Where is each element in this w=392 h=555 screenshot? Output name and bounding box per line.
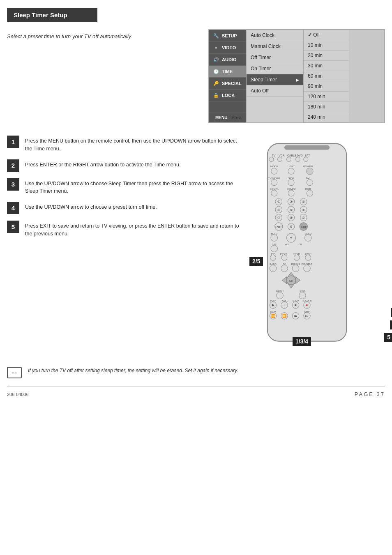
step-text-5: Press EXIT to save and return to TV view… — [25, 221, 241, 238]
svg-text:CABLE: CABLE — [287, 154, 297, 157]
svg-point-25 — [271, 190, 277, 196]
nav-item-time[interactable]: 🕐 TIME — [209, 66, 246, 78]
svg-point-17 — [307, 168, 314, 175]
note-section: If you turn the TV off after setting sle… — [7, 363, 385, 378]
step-row-4: 4 Use the UP/DOWN arrow to choose a pres… — [7, 202, 241, 214]
svg-point-69 — [294, 255, 300, 260]
steps-section: 1 Press the MENU button on the remote co… — [7, 136, 385, 350]
svg-text:ENTR: ENTR — [275, 226, 283, 228]
page-footer: 206-04006 PAGE 37 — [7, 387, 385, 397]
value-off[interactable]: Off — [304, 30, 349, 40]
svg-text:①: ① — [277, 200, 280, 204]
menu-item-off-timer[interactable]: Off Timer — [247, 52, 303, 63]
value-90min[interactable]: 90 min — [304, 81, 349, 92]
svg-text:②: ② — [290, 200, 293, 204]
svg-text:SAT: SAT — [305, 154, 311, 157]
svg-point-61 — [271, 245, 278, 252]
svg-point-88 — [277, 292, 284, 299]
nav-item-lock[interactable]: 🔒 LOCK — [209, 90, 246, 101]
svg-text:⑨: ⑨ — [302, 216, 305, 220]
page-title: Sleep Timer Setup — [7, 8, 97, 22]
nav-item-video[interactable]: ▪ VIDEO — [209, 42, 246, 54]
svg-text:⑧: ⑧ — [290, 216, 293, 220]
svg-text:⏪: ⏪ — [271, 314, 276, 318]
svg-point-90 — [299, 292, 306, 299]
svg-text:COMP1: COMP1 — [270, 187, 279, 190]
setup-icon: 🔧 — [212, 33, 220, 39]
menu-ui-area: 🔧 SETUP ▪ VIDEO 🔊 AUDIO 🕐 TIME — [208, 29, 385, 123]
menu-item-sleep-timer[interactable]: Sleep Timer — [247, 74, 303, 85]
menu-item-on-timer[interactable]: On Timer — [247, 63, 303, 74]
note-icon — [7, 367, 22, 378]
svg-text:DVD: DVD — [297, 154, 303, 157]
svg-text:POWER: POWER — [303, 165, 313, 168]
step-num-2: 2 — [7, 159, 19, 172]
nav-label-time: TIME — [222, 69, 233, 74]
step-label-2-3-right: 2/3 — [390, 320, 392, 329]
remote-svg: TV VCR CABLE DVD SAT MODE LIGHT POWER — [262, 136, 352, 349]
svg-point-55 — [271, 235, 278, 242]
nav-item-special[interactable]: 🔑 SPECIAL — [209, 78, 246, 90]
value-240min[interactable]: 240 min — [304, 112, 349, 122]
svg-text:RGB: RGB — [305, 187, 311, 190]
svg-text:VOL: VOL — [285, 243, 289, 246]
svg-text:▶: ▶ — [272, 303, 275, 307]
svg-text:④: ④ — [277, 208, 280, 212]
step-label-1-3-4-bottom: 1/3/4 — [293, 337, 311, 346]
svg-point-65 — [270, 255, 276, 260]
svg-text:OK: OK — [289, 279, 293, 282]
menu-values-column: Off 10 min 20 min 30 min 60 min 90 min 1… — [304, 30, 349, 122]
step-row-1: 1 Press the MENU button on the remote co… — [7, 136, 241, 153]
svg-point-15 — [288, 168, 294, 174]
svg-point-29 — [307, 190, 313, 196]
svg-text:0: 0 — [290, 225, 292, 229]
value-180min[interactable]: 180 min — [304, 102, 349, 112]
svg-point-7 — [287, 157, 291, 161]
svg-text:⑦: ⑦ — [277, 216, 280, 220]
menu-btn[interactable]: MENU — [213, 115, 229, 120]
svg-point-73 — [270, 265, 277, 272]
menu-items-column: Auto Clock Manual Clock Off Timer On Tim… — [246, 30, 304, 122]
svg-point-11 — [304, 157, 308, 161]
svg-point-27 — [288, 190, 294, 196]
nav-label-special: SPECIAL — [222, 81, 242, 86]
svg-point-75 — [281, 265, 288, 272]
steps-list: 1 Press the MENU button on the remote co… — [7, 136, 241, 350]
svg-point-23 — [307, 180, 313, 186]
svg-text:⑥: ⑥ — [302, 208, 305, 212]
nav-label-lock: LOCK — [222, 93, 235, 98]
step-row-2: 2 Press ENTER or the RIGHT arrow button … — [7, 159, 241, 172]
svg-point-21 — [288, 180, 294, 186]
tv-menu: 🔧 SETUP ▪ VIDEO 🔊 AUDIO 🕐 TIME — [208, 29, 385, 123]
svg-text:LIGHT: LIGHT — [287, 165, 295, 168]
menu-item-auto-clock[interactable]: Auto Clock — [247, 30, 303, 41]
svg-point-5 — [278, 157, 282, 161]
svg-point-13 — [271, 168, 277, 174]
step-text-3: Use the UP/DOWN arrow to choose Sleep Ti… — [25, 178, 241, 196]
svg-point-9 — [296, 157, 300, 161]
svg-point-3 — [269, 157, 274, 161]
video-icon: ▪ — [212, 45, 220, 51]
svg-text:⏩: ⏩ — [282, 314, 287, 318]
svg-text:⏭: ⏭ — [305, 314, 309, 318]
svg-text:⑤: ⑤ — [290, 208, 293, 212]
nav-item-setup[interactable]: 🔧 SETUP — [209, 30, 246, 42]
time-icon: 🕐 — [212, 69, 220, 74]
remote-wrapper: TV VCR CABLE DVD SAT MODE LIGHT POWER — [262, 136, 377, 350]
svg-point-59 — [305, 235, 312, 242]
step-label-5-right: 5 — [384, 333, 392, 342]
svg-text:⏮: ⏮ — [294, 314, 297, 318]
value-60min[interactable]: 60 min — [304, 71, 349, 81]
svg-point-79 — [304, 265, 311, 272]
note-text: If you turn the TV off after setting sle… — [28, 367, 238, 378]
svg-text:TV: TV — [272, 154, 276, 157]
value-120min[interactable]: 120 min — [304, 92, 349, 102]
value-30min[interactable]: 30 min — [304, 61, 349, 71]
prev-label: Prev. — [231, 115, 242, 120]
nav-item-audio[interactable]: 🔊 AUDIO — [209, 54, 246, 66]
menu-item-manual-clock[interactable]: Manual Clock — [247, 41, 303, 52]
value-20min[interactable]: 20 min — [304, 51, 349, 61]
nav-label-audio: AUDIO — [222, 57, 236, 62]
value-10min[interactable]: 10 min — [304, 40, 349, 51]
menu-item-auto-off[interactable]: Auto Off — [247, 85, 303, 97]
